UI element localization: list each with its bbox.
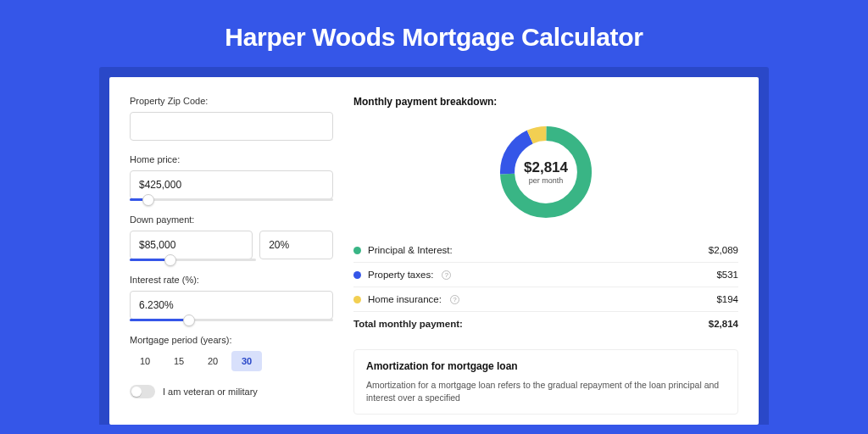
- total-label: Total monthly payment:: [353, 319, 463, 329]
- rate-field: Interest rate (%):: [130, 275, 333, 321]
- down-slider-handle[interactable]: [164, 254, 176, 266]
- price-input[interactable]: [130, 170, 333, 199]
- legend-principal: Principal & Interest: $2,089: [353, 238, 738, 262]
- calculator-outer: Property Zip Code: Home price: Down paym…: [99, 67, 769, 425]
- legend-principal-value: $2,089: [709, 245, 738, 255]
- zip-input[interactable]: [130, 112, 333, 141]
- period-option-10[interactable]: 10: [130, 351, 160, 371]
- donut-center: $2,814 per month: [495, 121, 597, 223]
- zip-field: Property Zip Code:: [130, 96, 333, 141]
- amortization-heading: Amortization for mortgage loan: [366, 360, 726, 372]
- dot-principal: [353, 247, 361, 254]
- rate-slider-fill: [130, 319, 189, 321]
- legend-principal-label: Principal & Interest:: [368, 245, 453, 255]
- period-label: Mortgage period (years):: [130, 335, 333, 345]
- down-amount-input[interactable]: [130, 231, 253, 259]
- period-option-30[interactable]: 30: [231, 351, 262, 371]
- total-value: $2,814: [709, 319, 738, 329]
- help-icon[interactable]: ?: [442, 270, 451, 280]
- down-field: Down payment:: [130, 214, 333, 261]
- rate-slider[interactable]: [130, 319, 333, 321]
- dot-insurance: [353, 296, 361, 303]
- calculator-card: Property Zip Code: Home price: Down paym…: [109, 77, 759, 425]
- breakdown-heading: Monthly payment breakdown:: [353, 96, 738, 108]
- help-icon[interactable]: ?: [450, 295, 459, 304]
- donut-total-amount: $2,814: [524, 159, 568, 176]
- price-slider-handle[interactable]: [142, 194, 154, 206]
- rate-input[interactable]: [130, 291, 333, 320]
- down-slider[interactable]: [130, 259, 256, 261]
- period-option-15[interactable]: 15: [164, 351, 194, 371]
- legend-taxes: Property taxes: ? $531: [353, 262, 738, 287]
- amortization-card: Amortization for mortgage loan Amortizat…: [353, 349, 738, 415]
- form-column: Property Zip Code: Home price: Down paym…: [130, 96, 333, 425]
- price-field: Home price:: [130, 154, 333, 201]
- donut-total-sub: per month: [529, 176, 564, 185]
- legend-taxes-value: $531: [716, 270, 738, 280]
- veteran-row: I am veteran or military: [130, 385, 333, 398]
- down-label: Down payment:: [130, 214, 333, 225]
- page-title: Harper Woods Mortgage Calculator: [0, 0, 868, 67]
- rate-slider-handle[interactable]: [183, 314, 195, 326]
- zip-label: Property Zip Code:: [130, 96, 333, 106]
- donut-chart: $2,814 per month: [495, 121, 597, 223]
- legend-insurance: Home insurance: ? $194: [353, 287, 738, 311]
- legend-taxes-label: Property taxes:: [368, 270, 433, 280]
- veteran-label: I am veteran or military: [163, 387, 258, 397]
- rate-label: Interest rate (%):: [130, 275, 333, 285]
- legend-insurance-label: Home insurance:: [368, 294, 442, 304]
- period-option-20[interactable]: 20: [198, 351, 228, 371]
- donut-wrap: $2,814 per month: [353, 116, 738, 238]
- period-field: Mortgage period (years): 10 15 20 30: [130, 335, 333, 371]
- breakdown-column: Monthly payment breakdown: $2,814 per mo…: [353, 96, 738, 425]
- price-slider[interactable]: [130, 198, 333, 201]
- dot-taxes: [353, 271, 361, 279]
- down-percent-input[interactable]: [259, 231, 333, 259]
- period-options: 10 15 20 30: [130, 351, 333, 371]
- total-row: Total monthly payment: $2,814: [353, 311, 738, 336]
- amortization-body: Amortization for a mortgage loan refers …: [366, 379, 726, 403]
- veteran-toggle[interactable]: [130, 385, 155, 398]
- price-label: Home price:: [130, 154, 333, 164]
- legend-insurance-value: $194: [716, 294, 738, 304]
